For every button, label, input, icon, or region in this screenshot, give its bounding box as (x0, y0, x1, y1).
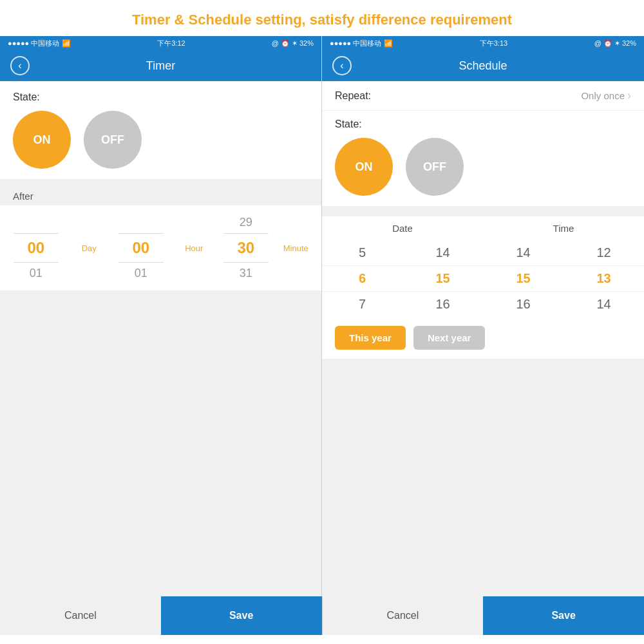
timer-state-buttons: ON OFF (13, 111, 308, 169)
status-icons-right: @ ⏰ ✶ 32% (594, 39, 636, 48)
schedule-title: Schedule (352, 59, 614, 73)
timer-cancel-button[interactable]: Cancel (0, 596, 161, 635)
schedule-state-label: State: (335, 118, 631, 130)
sched-r0-d2: 14 (402, 245, 483, 260)
repeat-chevron-icon: › (627, 89, 631, 102)
picker-minute-above: 29 (240, 212, 252, 233)
picker-hour-value: 00 (118, 233, 164, 263)
picker-selected-row: 00 Day 00 Hour 30 Minute (6, 233, 315, 263)
picker-minute-below-col: 31 (223, 263, 269, 284)
picker-day-selected-col: 00 (14, 233, 59, 263)
schedule-content: Repeat: Only once › State: ON OFF Da (322, 81, 644, 596)
timer-state-card: State: ON OFF (0, 81, 321, 179)
schedule-save-button[interactable]: Save (483, 596, 644, 635)
sched-r0-t2: 12 (564, 245, 644, 260)
time-left: 下午3:12 (157, 39, 185, 47)
timer-state-label: State: (13, 91, 308, 103)
next-year-button[interactable]: Next year (413, 326, 486, 350)
this-year-button[interactable]: This year (335, 326, 406, 350)
schedule-state-buttons: ON OFF (335, 138, 631, 196)
picker-hour-col (118, 219, 164, 227)
picker-hour-selected-col: 00 (118, 233, 164, 263)
carrier-right: ●●●●● 中国移动 (330, 39, 381, 48)
wifi-icon-right: 📶 (384, 39, 393, 48)
back-button-left[interactable]: ‹ (10, 56, 30, 75)
timer-off-button[interactable]: OFF (84, 111, 142, 169)
after-section-title: After (0, 184, 321, 205)
hour-unit-label: Hour (185, 243, 203, 253)
back-icon-left: ‹ (18, 60, 21, 71)
carrier-left: ●●●●● 中国移动 (8, 39, 59, 48)
schedule-panel: ●●●●● 中国移动 📶 下午3:13 @ ⏰ ✶ 32% ‹ Schedule… (322, 36, 644, 596)
picker-below-row: 01 01 31 (6, 263, 315, 284)
schedule-bottom-bar: Cancel Save (323, 596, 645, 635)
day-unit-label: Day (82, 243, 97, 253)
picker-day-below: 01 (30, 263, 43, 284)
time-col-header: Time (483, 223, 644, 234)
timer-header: ‹ Timer (0, 50, 321, 81)
picker-day-value: 00 (14, 233, 59, 263)
sched-r0-d1: 5 (322, 245, 402, 260)
sched-row-1-selected: 6 15 15 13 (322, 265, 644, 292)
picker-hour-below-col: 01 (118, 263, 164, 284)
picker-day-below-col: 01 (14, 263, 59, 284)
sched-r2-d2: 16 (402, 297, 483, 312)
sched-r2-t1: 16 (483, 297, 564, 312)
page-title: Timer & Schedule setting, satisfy differ… (0, 0, 644, 36)
sched-row-0: 5 14 14 12 (322, 240, 644, 265)
schedule-cancel-button[interactable]: Cancel (323, 596, 484, 635)
minute-unit-label: Minute (283, 243, 308, 253)
picker-minute-selected-col: 30 (223, 233, 269, 263)
timer-title: Timer (30, 59, 292, 73)
timer-bottom-bar: Cancel Save (0, 596, 322, 635)
sched-r1-t2: 13 (564, 271, 644, 286)
sched-row-2: 7 16 16 14 (322, 292, 644, 317)
status-bar-right: ●●●●● 中国移动 📶 下午3:13 @ ⏰ ✶ 32% (322, 36, 644, 50)
repeat-value: Only once (581, 90, 625, 101)
repeat-row[interactable]: Repeat: Only once › (322, 81, 644, 111)
picker-minute-below: 31 (240, 263, 252, 284)
sched-r1-t1: 15 (483, 271, 564, 286)
timer-panel: ●●●●● 中国移动 📶 下午3:12 @ ⏰ ✶ 32% ‹ Timer St… (0, 36, 322, 596)
picker-day-col (14, 219, 59, 227)
timer-picker[interactable]: 29 00 Day 00 Hour (0, 205, 321, 290)
back-button-right[interactable]: ‹ (332, 56, 352, 75)
picker-minute-value: 30 (223, 233, 269, 263)
year-buttons-container: This year Next year (322, 317, 644, 359)
schedule-state-card: State: ON OFF (322, 111, 644, 206)
timer-content: State: ON OFF After (0, 81, 321, 596)
picker-above-row: 29 (6, 212, 315, 233)
status-bar-left: ●●●●● 中国移动 📶 下午3:12 @ ⏰ ✶ 32% (0, 36, 321, 50)
repeat-label: Repeat: (335, 90, 371, 102)
bottom-bar: Cancel Save Cancel Save (0, 596, 644, 635)
sched-r1-d2: 15 (402, 271, 483, 286)
sched-r0-t1: 14 (483, 245, 564, 260)
picker-hour-below: 01 (135, 263, 147, 284)
schedule-header: ‹ Schedule (322, 50, 644, 81)
schedule-date-time-picker[interactable]: Date Time 5 14 14 12 6 15 15 13 (322, 216, 644, 359)
schedule-on-button[interactable]: ON (335, 138, 393, 196)
timer-save-button[interactable]: Save (161, 596, 322, 635)
date-col-header: Date (322, 223, 483, 234)
status-icons-left: @ ⏰ ✶ 32% (272, 39, 314, 48)
sched-r2-d1: 7 (322, 297, 402, 312)
repeat-value-group: Only once › (581, 89, 631, 102)
wifi-icon-left: 📶 (62, 39, 71, 48)
sched-r2-t2: 14 (564, 297, 644, 312)
sched-col-headers: Date Time (322, 216, 644, 240)
timer-on-button[interactable]: ON (13, 111, 71, 169)
schedule-off-button[interactable]: OFF (406, 138, 464, 196)
time-right: 下午3:13 (480, 39, 507, 47)
back-icon-right: ‹ (340, 60, 343, 71)
sched-r1-d1: 6 (322, 271, 402, 286)
picker-minute-col: 29 (223, 212, 269, 233)
